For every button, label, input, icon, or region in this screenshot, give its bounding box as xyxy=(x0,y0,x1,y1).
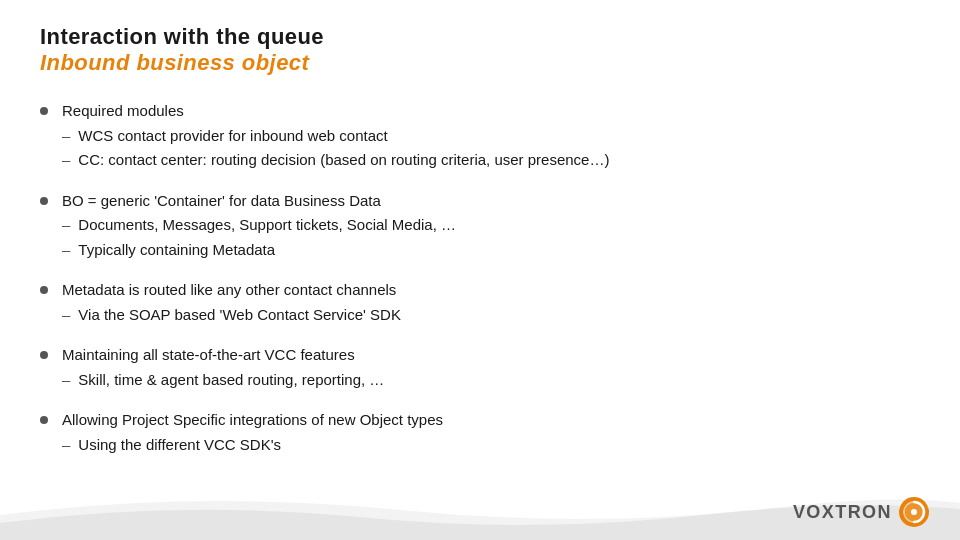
bullet-content-2: Metadata is routed like any other contac… xyxy=(62,279,920,326)
bullet-main-4: Allowing Project Specific integrations o… xyxy=(62,409,920,432)
sub-text-0-1: CC: contact center: routing decision (ba… xyxy=(78,149,609,172)
bullet-item-1: BO = generic 'Container' for data Busine… xyxy=(40,190,920,262)
sub-text-4-0: Using the different VCC SDK's xyxy=(78,434,281,457)
sub-text-0-0: WCS contact provider for inbound web con… xyxy=(78,125,387,148)
sub-item-3-0: –Skill, time & agent based routing, repo… xyxy=(62,369,920,392)
sub-list-3: –Skill, time & agent based routing, repo… xyxy=(62,369,920,392)
bullet-dot-4 xyxy=(40,416,48,424)
bullet-dot-0 xyxy=(40,107,48,115)
slide: Interaction with the queue Inbound busin… xyxy=(0,0,960,540)
bullet-item-0: Required modules–WCS contact provider fo… xyxy=(40,100,920,172)
slide-header: Interaction with the queue Inbound busin… xyxy=(40,24,920,76)
sub-list-0: –WCS contact provider for inbound web co… xyxy=(62,125,920,172)
sub-text-3-0: Skill, time & agent based routing, repor… xyxy=(78,369,384,392)
bullet-content-1: BO = generic 'Container' for data Busine… xyxy=(62,190,920,262)
sub-dash-0-0: – xyxy=(62,125,70,148)
bullet-main-0: Required modules xyxy=(62,100,920,123)
svg-point-2 xyxy=(911,509,917,515)
sub-dash-1-1: – xyxy=(62,239,70,262)
sub-item-1-1: –Typically containing Metadata xyxy=(62,239,920,262)
sub-list-2: –Via the SOAP based 'Web Contact Service… xyxy=(62,304,920,327)
sub-list-4: –Using the different VCC SDK's xyxy=(62,434,920,457)
logo-text: VOXTRON xyxy=(793,502,892,523)
title-line1: Interaction with the queue xyxy=(40,24,920,50)
title-line2: Inbound business object xyxy=(40,50,920,76)
bullet-main-2: Metadata is routed like any other contac… xyxy=(62,279,920,302)
sub-dash-4-0: – xyxy=(62,434,70,457)
sub-text-2-0: Via the SOAP based 'Web Contact Service'… xyxy=(78,304,401,327)
bullet-content-3: Maintaining all state-of-the-art VCC fea… xyxy=(62,344,920,391)
sub-dash-0-1: – xyxy=(62,149,70,172)
sub-text-1-0: Documents, Messages, Support tickets, So… xyxy=(78,214,456,237)
bullet-item-4: Allowing Project Specific integrations o… xyxy=(40,409,920,456)
bullet-item-3: Maintaining all state-of-the-art VCC fea… xyxy=(40,344,920,391)
sub-item-2-0: –Via the SOAP based 'Web Contact Service… xyxy=(62,304,920,327)
sub-dash-3-0: – xyxy=(62,369,70,392)
voxtron-logo: VOXTRON xyxy=(793,496,930,528)
bullet-dot-3 xyxy=(40,351,48,359)
bullet-dot-2 xyxy=(40,286,48,294)
bullet-item-2: Metadata is routed like any other contac… xyxy=(40,279,920,326)
sub-item-0-1: –CC: contact center: routing decision (b… xyxy=(62,149,920,172)
sub-text-1-1: Typically containing Metadata xyxy=(78,239,275,262)
sub-item-0-0: –WCS contact provider for inbound web co… xyxy=(62,125,920,148)
content-area: Required modules–WCS contact provider fo… xyxy=(40,100,920,456)
sub-dash-1-0: – xyxy=(62,214,70,237)
bullet-main-1: BO = generic 'Container' for data Busine… xyxy=(62,190,920,213)
logo-icon xyxy=(898,496,930,528)
sub-dash-2-0: – xyxy=(62,304,70,327)
bullet-main-3: Maintaining all state-of-the-art VCC fea… xyxy=(62,344,920,367)
sub-list-1: –Documents, Messages, Support tickets, S… xyxy=(62,214,920,261)
bullet-dot-1 xyxy=(40,197,48,205)
bullet-content-4: Allowing Project Specific integrations o… xyxy=(62,409,920,456)
bullet-content-0: Required modules–WCS contact provider fo… xyxy=(62,100,920,172)
sub-item-1-0: –Documents, Messages, Support tickets, S… xyxy=(62,214,920,237)
sub-item-4-0: –Using the different VCC SDK's xyxy=(62,434,920,457)
